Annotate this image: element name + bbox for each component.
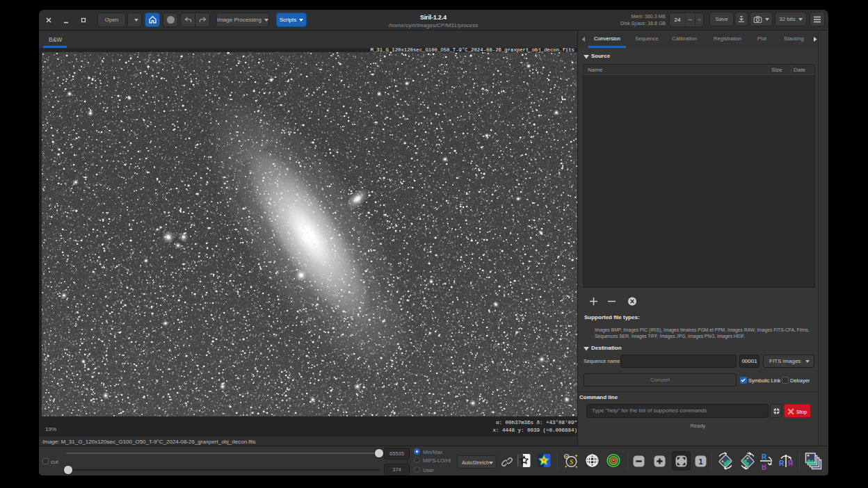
svg-text:1: 1 (699, 457, 703, 465)
svg-text:R: R (787, 459, 793, 467)
svg-text:R: R (779, 459, 785, 467)
svg-text:R: R (762, 463, 767, 470)
svg-text:R: R (762, 453, 767, 461)
svg-text:S: S (570, 458, 574, 466)
